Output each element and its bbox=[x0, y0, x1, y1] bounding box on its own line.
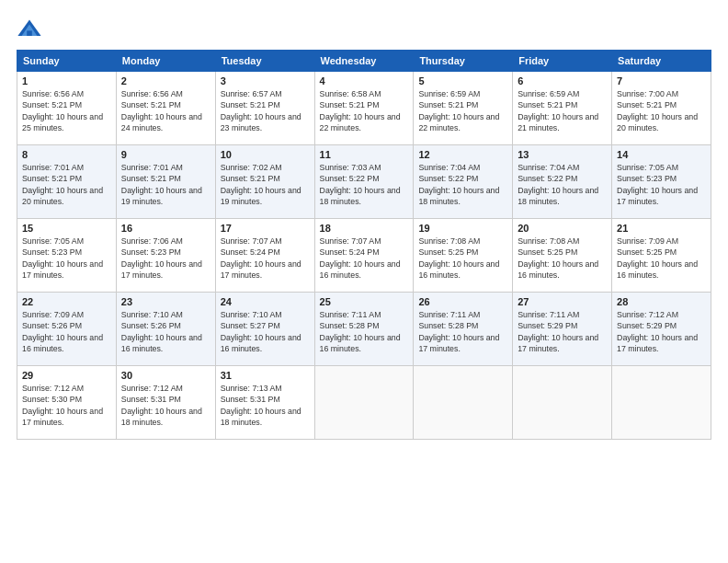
day-info: Sunrise: 6:56 AM Sunset: 5:21 PM Dayligh… bbox=[22, 88, 111, 133]
day-info: Sunrise: 7:03 AM Sunset: 5:22 PM Dayligh… bbox=[320, 162, 409, 207]
calendar-cell bbox=[314, 366, 414, 440]
day-number: 20 bbox=[518, 223, 607, 234]
day-number: 15 bbox=[22, 223, 111, 234]
week-row-1: 1 Sunrise: 6:56 AM Sunset: 5:21 PM Dayli… bbox=[17, 72, 711, 145]
calendar-table: SundayMondayTuesdayWednesdayThursdayFrid… bbox=[17, 50, 711, 440]
day-number: 29 bbox=[22, 370, 111, 381]
calendar-cell: 7 Sunrise: 7:00 AM Sunset: 5:21 PM Dayli… bbox=[612, 72, 711, 145]
calendar-cell: 8 Sunrise: 7:01 AM Sunset: 5:21 PM Dayli… bbox=[17, 145, 117, 219]
day-info: Sunrise: 7:04 AM Sunset: 5:22 PM Dayligh… bbox=[518, 162, 607, 207]
day-info: Sunrise: 7:10 AM Sunset: 5:26 PM Dayligh… bbox=[121, 309, 210, 354]
col-header-saturday: Saturday bbox=[612, 51, 711, 72]
calendar-cell: 17 Sunrise: 7:07 AM Sunset: 5:24 PM Dayl… bbox=[215, 219, 314, 293]
day-number: 27 bbox=[518, 296, 607, 307]
calendar-cell: 25 Sunrise: 7:11 AM Sunset: 5:28 PM Dayl… bbox=[314, 293, 414, 366]
day-number: 2 bbox=[121, 75, 210, 86]
day-info: Sunrise: 7:08 AM Sunset: 5:25 PM Dayligh… bbox=[418, 236, 507, 281]
day-number: 4 bbox=[320, 75, 409, 86]
day-number: 6 bbox=[518, 75, 607, 86]
day-number: 14 bbox=[617, 149, 706, 160]
day-info: Sunrise: 7:12 AM Sunset: 5:31 PM Dayligh… bbox=[121, 383, 210, 428]
day-number: 25 bbox=[320, 296, 409, 307]
calendar-cell: 12 Sunrise: 7:04 AM Sunset: 5:22 PM Dayl… bbox=[414, 145, 513, 219]
day-info: Sunrise: 6:56 AM Sunset: 5:21 PM Dayligh… bbox=[121, 88, 210, 133]
day-number: 23 bbox=[121, 296, 210, 307]
day-info: Sunrise: 7:11 AM Sunset: 5:28 PM Dayligh… bbox=[418, 309, 507, 354]
calendar-cell: 4 Sunrise: 6:58 AM Sunset: 5:21 PM Dayli… bbox=[314, 72, 414, 145]
calendar-cell: 27 Sunrise: 7:11 AM Sunset: 5:29 PM Dayl… bbox=[513, 293, 612, 366]
week-row-3: 15 Sunrise: 7:05 AM Sunset: 5:23 PM Dayl… bbox=[17, 219, 711, 293]
day-info: Sunrise: 7:02 AM Sunset: 5:21 PM Dayligh… bbox=[221, 162, 310, 207]
day-info: Sunrise: 7:07 AM Sunset: 5:24 PM Dayligh… bbox=[221, 236, 310, 281]
svg-rect-2 bbox=[27, 30, 32, 36]
day-info: Sunrise: 7:05 AM Sunset: 5:23 PM Dayligh… bbox=[617, 162, 706, 207]
day-number: 30 bbox=[121, 370, 210, 381]
day-number: 12 bbox=[418, 149, 507, 160]
day-info: Sunrise: 6:57 AM Sunset: 5:21 PM Dayligh… bbox=[221, 88, 310, 133]
calendar-cell: 10 Sunrise: 7:02 AM Sunset: 5:21 PM Dayl… bbox=[215, 145, 314, 219]
day-number: 5 bbox=[418, 75, 507, 86]
day-info: Sunrise: 7:00 AM Sunset: 5:21 PM Dayligh… bbox=[617, 88, 706, 133]
calendar-cell: 30 Sunrise: 7:12 AM Sunset: 5:31 PM Dayl… bbox=[116, 366, 215, 440]
calendar-cell: 1 Sunrise: 6:56 AM Sunset: 5:21 PM Dayli… bbox=[17, 72, 117, 145]
calendar-cell: 26 Sunrise: 7:11 AM Sunset: 5:28 PM Dayl… bbox=[414, 293, 513, 366]
day-number: 21 bbox=[617, 223, 706, 234]
calendar-cell: 13 Sunrise: 7:04 AM Sunset: 5:22 PM Dayl… bbox=[513, 145, 612, 219]
week-row-4: 22 Sunrise: 7:09 AM Sunset: 5:26 PM Dayl… bbox=[17, 293, 711, 366]
day-number: 28 bbox=[617, 296, 706, 307]
day-number: 31 bbox=[221, 370, 310, 381]
calendar-header-row: SundayMondayTuesdayWednesdayThursdayFrid… bbox=[17, 51, 711, 72]
calendar-cell: 3 Sunrise: 6:57 AM Sunset: 5:21 PM Dayli… bbox=[215, 72, 314, 145]
day-number: 19 bbox=[418, 223, 507, 234]
calendar-cell: 14 Sunrise: 7:05 AM Sunset: 5:23 PM Dayl… bbox=[612, 145, 711, 219]
calendar-cell bbox=[513, 366, 612, 440]
header bbox=[17, 17, 711, 42]
day-info: Sunrise: 6:59 AM Sunset: 5:21 PM Dayligh… bbox=[418, 88, 507, 133]
calendar-cell: 28 Sunrise: 7:12 AM Sunset: 5:29 PM Dayl… bbox=[612, 293, 711, 366]
day-number: 10 bbox=[221, 149, 310, 160]
day-info: Sunrise: 7:09 AM Sunset: 5:26 PM Dayligh… bbox=[22, 309, 111, 354]
calendar-cell bbox=[612, 366, 711, 440]
day-info: Sunrise: 7:08 AM Sunset: 5:25 PM Dayligh… bbox=[518, 236, 607, 281]
day-number: 8 bbox=[22, 149, 111, 160]
day-info: Sunrise: 7:12 AM Sunset: 5:29 PM Dayligh… bbox=[617, 309, 706, 354]
day-info: Sunrise: 6:58 AM Sunset: 5:21 PM Dayligh… bbox=[320, 88, 409, 133]
day-number: 16 bbox=[121, 223, 210, 234]
day-number: 9 bbox=[121, 149, 210, 160]
col-header-monday: Monday bbox=[116, 51, 215, 72]
calendar-cell: 11 Sunrise: 7:03 AM Sunset: 5:22 PM Dayl… bbox=[314, 145, 414, 219]
day-info: Sunrise: 7:04 AM Sunset: 5:22 PM Dayligh… bbox=[418, 162, 507, 207]
day-number: 26 bbox=[418, 296, 507, 307]
day-info: Sunrise: 7:01 AM Sunset: 5:21 PM Dayligh… bbox=[121, 162, 210, 207]
day-number: 22 bbox=[22, 296, 111, 307]
day-info: Sunrise: 7:01 AM Sunset: 5:21 PM Dayligh… bbox=[22, 162, 111, 207]
col-header-thursday: Thursday bbox=[414, 51, 513, 72]
calendar-cell: 20 Sunrise: 7:08 AM Sunset: 5:25 PM Dayl… bbox=[513, 219, 612, 293]
day-number: 3 bbox=[221, 75, 310, 86]
day-number: 13 bbox=[518, 149, 607, 160]
day-info: Sunrise: 7:13 AM Sunset: 5:31 PM Dayligh… bbox=[221, 383, 310, 428]
week-row-5: 29 Sunrise: 7:12 AM Sunset: 5:30 PM Dayl… bbox=[17, 366, 711, 440]
calendar-cell: 2 Sunrise: 6:56 AM Sunset: 5:21 PM Dayli… bbox=[116, 72, 215, 145]
day-number: 24 bbox=[221, 296, 310, 307]
day-number: 1 bbox=[22, 75, 111, 86]
calendar-cell: 6 Sunrise: 6:59 AM Sunset: 5:21 PM Dayli… bbox=[513, 72, 612, 145]
calendar-cell: 21 Sunrise: 7:09 AM Sunset: 5:25 PM Dayl… bbox=[612, 219, 711, 293]
calendar-cell: 31 Sunrise: 7:13 AM Sunset: 5:31 PM Dayl… bbox=[215, 366, 314, 440]
calendar-cell: 15 Sunrise: 7:05 AM Sunset: 5:23 PM Dayl… bbox=[17, 219, 117, 293]
calendar-cell: 24 Sunrise: 7:10 AM Sunset: 5:27 PM Dayl… bbox=[215, 293, 314, 366]
col-header-friday: Friday bbox=[513, 51, 612, 72]
day-info: Sunrise: 7:06 AM Sunset: 5:23 PM Dayligh… bbox=[121, 236, 210, 281]
day-info: Sunrise: 7:11 AM Sunset: 5:29 PM Dayligh… bbox=[518, 309, 607, 354]
page: SundayMondayTuesdayWednesdayThursdayFrid… bbox=[0, 0, 728, 563]
day-info: Sunrise: 7:12 AM Sunset: 5:30 PM Dayligh… bbox=[22, 383, 111, 428]
day-info: Sunrise: 7:05 AM Sunset: 5:23 PM Dayligh… bbox=[22, 236, 111, 281]
day-info: Sunrise: 7:07 AM Sunset: 5:24 PM Dayligh… bbox=[320, 236, 409, 281]
logo-icon bbox=[17, 17, 42, 42]
calendar-cell bbox=[414, 366, 513, 440]
day-number: 11 bbox=[320, 149, 409, 160]
day-info: Sunrise: 7:11 AM Sunset: 5:28 PM Dayligh… bbox=[320, 309, 409, 354]
col-header-sunday: Sunday bbox=[17, 51, 117, 72]
calendar-cell: 22 Sunrise: 7:09 AM Sunset: 5:26 PM Dayl… bbox=[17, 293, 117, 366]
calendar-cell: 18 Sunrise: 7:07 AM Sunset: 5:24 PM Dayl… bbox=[314, 219, 414, 293]
